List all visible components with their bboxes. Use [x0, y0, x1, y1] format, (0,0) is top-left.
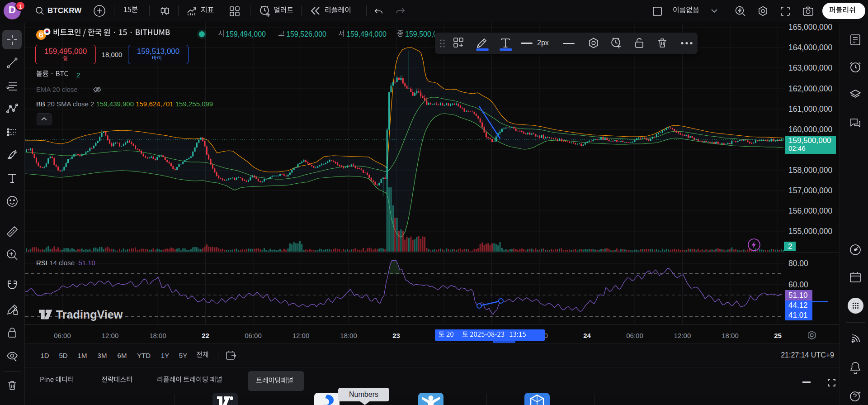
svg-text:2: 2	[788, 242, 792, 251]
svg-text:44.12: 44.12	[788, 301, 808, 310]
svg-text:B: B	[39, 31, 43, 38]
svg-text:51.10: 51.10	[788, 291, 808, 300]
svg-text:80.00: 80.00	[788, 259, 808, 268]
svg-text:155,000,000: 155,000,000	[788, 227, 833, 236]
svg-text:158,000,000: 158,000,000	[788, 166, 833, 175]
svg-text:163,000,000: 163,000,000	[788, 63, 833, 72]
svg-text:159,500,000: 159,500,000	[788, 136, 831, 145]
svg-text:02:46: 02:46	[788, 144, 806, 152]
svg-text:162,000,000: 162,000,000	[788, 84, 833, 93]
svg-text:157,000,000: 157,000,000	[788, 186, 833, 195]
svg-text:161,000,000: 161,000,000	[788, 105, 833, 114]
svg-text:164,000,000: 164,000,000	[788, 43, 833, 52]
svg-text:160,000,000: 160,000,000	[788, 125, 833, 134]
svg-text:60.00: 60.00	[788, 280, 808, 289]
svg-text:TradingView: TradingView	[56, 308, 123, 321]
svg-text:165,000,000: 165,000,000	[788, 23, 833, 32]
svg-text:156,000,000: 156,000,000	[788, 206, 833, 215]
svg-text:41.01: 41.01	[788, 311, 808, 319]
